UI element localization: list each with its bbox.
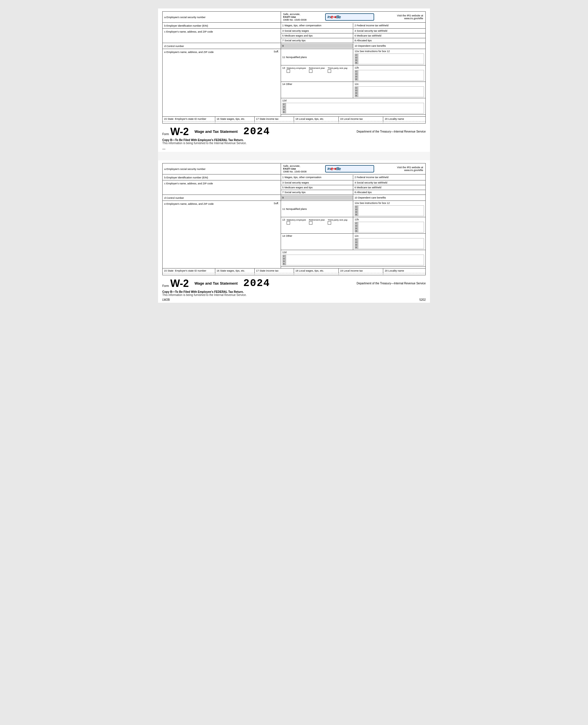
box-11-num-2: 11 bbox=[282, 208, 285, 210]
omb-number: OMB No. 1545-0008 bbox=[283, 18, 325, 21]
box-17-2: 17 State income tax bbox=[255, 269, 294, 273]
header-row-2: a Employee's social security number Safe… bbox=[163, 164, 425, 174]
w2-form-2: a Employee's social security number Safe… bbox=[158, 160, 430, 303]
third-party-label: Third-party sick pay bbox=[328, 67, 348, 69]
box-4: 4 Social security tax withheld bbox=[353, 28, 425, 33]
state-dashed-1 bbox=[163, 121, 215, 123]
box-7-8-cell-2: 7 Social security tips 8 Allocated tips bbox=[281, 190, 425, 195]
arrow-icon: ➜ bbox=[333, 15, 336, 19]
box-20-label-2: Locality name bbox=[388, 269, 404, 272]
box-b-cell-2: b Employer identification number (EIN) bbox=[163, 174, 281, 180]
stat-checkbox-2[interactable] bbox=[287, 221, 290, 225]
box-9-10-cell-2: 9 10 Dependent care benefits bbox=[281, 195, 425, 200]
box-1-text-2: Wages, tips, other compensation bbox=[285, 176, 321, 179]
box-13-2: 13 Statutory employee Retirement plan bbox=[281, 217, 353, 233]
form-word-1: Form bbox=[162, 132, 169, 136]
box-e-cell: e Employee's name, address, and ZIP code… bbox=[163, 49, 281, 116]
efile-logo: irs e ➜ file bbox=[325, 13, 374, 21]
box-18-2: 18 Local wages, tips, etc. bbox=[294, 269, 339, 273]
box-6-label: Medicare tax withheld bbox=[357, 34, 381, 37]
form-w2-id-1: W-2 bbox=[170, 127, 189, 137]
third-checkbox[interactable] bbox=[328, 69, 331, 73]
state-dashed-4-2 bbox=[294, 273, 339, 275]
box-18-num: 18 bbox=[295, 118, 298, 120]
box-12d: 12d CODE bbox=[281, 98, 425, 114]
ssn-cell: a Employee's social security number bbox=[163, 12, 281, 22]
box-5-6-cell-2: 5 Medicare wages and tips 6 Medicare tax… bbox=[281, 185, 425, 190]
box-11-12a-cell-2: 11 Nonqualified plans 12a See instructio… bbox=[281, 200, 425, 217]
box-d-cell: d Control number bbox=[163, 43, 281, 49]
box-15: 15 State Employer's state ID number bbox=[163, 117, 215, 121]
box-5-2: 5 Medicare wages and tips bbox=[281, 185, 353, 190]
box-3-4-cell: 3 Social security wages 4 Social securit… bbox=[281, 28, 425, 33]
box-7-label: Social security tips bbox=[285, 39, 306, 42]
copy-label-2: Copy B—To Be Filed With Employee's FEDER… bbox=[162, 290, 244, 293]
box-4-num-2: 4 bbox=[355, 181, 356, 184]
box-6-num-2: 6 bbox=[355, 186, 356, 189]
box-7: 7 Social security tips bbox=[281, 38, 353, 43]
box-16-num-2: 16 bbox=[217, 269, 219, 272]
row-d-2: d Control number 9 10 Dependent care ben… bbox=[163, 195, 425, 200]
stat-checkbox[interactable] bbox=[287, 69, 290, 73]
box-e-label-2: e Employee's name, address, and ZIP code bbox=[164, 202, 214, 205]
box-17-num: 17 bbox=[256, 118, 259, 120]
ret-checkbox[interactable] bbox=[309, 69, 312, 73]
box-13-stat: Statutory employee bbox=[287, 67, 306, 73]
box-16-label-2: State wages, tips, etc. bbox=[220, 269, 245, 272]
third-checkbox-2[interactable] bbox=[328, 221, 331, 225]
copy-label-1: Copy B—To Be Filed With Employee's FEDER… bbox=[162, 138, 244, 142]
box-c-label-2: c Employer's name, address, and ZIP code bbox=[164, 182, 213, 185]
box-9-num-2: 9 bbox=[282, 196, 284, 199]
fast-label-2: FAST! Use bbox=[283, 167, 325, 170]
box-13-12b-cell: 13 Statutory employee Retirement plan bbox=[281, 65, 425, 82]
ret-checkbox-2[interactable] bbox=[309, 221, 312, 225]
box-9: 9 bbox=[281, 44, 353, 48]
header-row: a Employee's social security number Safe… bbox=[163, 12, 425, 22]
box-2-text-2: Federal income tax withheld bbox=[357, 176, 388, 179]
box-10-label: Dependent care benefits bbox=[358, 44, 386, 47]
box-12d-num-2: 12d bbox=[282, 251, 287, 254]
form-title-1: Wage and Tax Statement bbox=[194, 129, 238, 134]
state-inner-row: 15 State Employer's state ID number 16 S… bbox=[163, 117, 425, 121]
form-title-2: Wage and Tax Statement bbox=[194, 281, 238, 285]
box-3-4-cell-2: 3 Social security wages 4 Social securit… bbox=[281, 180, 425, 185]
box-14-num-2: 14 bbox=[282, 234, 285, 237]
box-18-label: Local wages, tips, etc. bbox=[299, 118, 324, 120]
fast-label: FAST! Use bbox=[283, 16, 325, 18]
box-11-num: 11 bbox=[282, 56, 285, 59]
state-dashed-3 bbox=[255, 121, 294, 123]
form-w2-id-2: W-2 bbox=[170, 278, 189, 289]
box-d-cell-2: d Control number bbox=[163, 195, 281, 200]
box-15-sub-2: Employer's state ID number bbox=[175, 269, 207, 272]
box-12b-num: 12b bbox=[355, 66, 359, 69]
box-7-2: 7 Social security tips bbox=[281, 190, 353, 195]
form-name-1: Form W-2 bbox=[162, 127, 189, 137]
row-b-2: b Employer identification number (EIN) 1… bbox=[163, 174, 425, 180]
box-3-label: Social security wages bbox=[285, 29, 309, 32]
box-c-cell: c Employer's name, address, and ZIP code bbox=[163, 28, 281, 43]
omb-cell: Safe, accurate, FAST! Use OMB No. 1545-0… bbox=[283, 13, 325, 21]
file-text-2: file bbox=[336, 167, 341, 171]
box-13: 13 Statutory employee Retirement plan bbox=[281, 65, 353, 82]
box-16-num: 16 bbox=[217, 118, 219, 120]
header-right: Safe, accurate, FAST! Use OMB No. 1545-0… bbox=[281, 12, 425, 22]
box-18: 18 Local wages, tips, etc. bbox=[294, 117, 339, 121]
box-12c: 12c CODE bbox=[353, 82, 425, 98]
box-3: 3 Social security wages bbox=[281, 28, 353, 33]
ret-plan-label: Retirement plan bbox=[309, 67, 325, 69]
box-3-num-2: 3 bbox=[282, 181, 284, 184]
suff-label-2: Suff. bbox=[274, 202, 279, 205]
box-9-10-cell: 9 10 Dependent care benefits bbox=[281, 43, 425, 49]
box-16-label: State wages, tips, etc. bbox=[220, 118, 245, 120]
box-4-2: 4 Social security tax withheld bbox=[353, 180, 425, 185]
box-15-sub: Employer's state ID number bbox=[175, 118, 207, 120]
box-13-num: 13 bbox=[282, 67, 285, 69]
efile-logo-cell: irs e ➜ file bbox=[325, 13, 374, 21]
box-12a-label-2: See instructions for box 12 bbox=[359, 201, 390, 205]
box-7-label-2: Social security tips bbox=[285, 191, 306, 194]
box-6-label-2: Medicare tax withheld bbox=[357, 186, 381, 189]
box-19-label-2: Local income tax bbox=[343, 269, 363, 272]
box-13-third: Third-party sick pay bbox=[328, 67, 348, 73]
box-20-2: 20 Locality name bbox=[383, 269, 425, 273]
file-text: file bbox=[336, 15, 341, 19]
